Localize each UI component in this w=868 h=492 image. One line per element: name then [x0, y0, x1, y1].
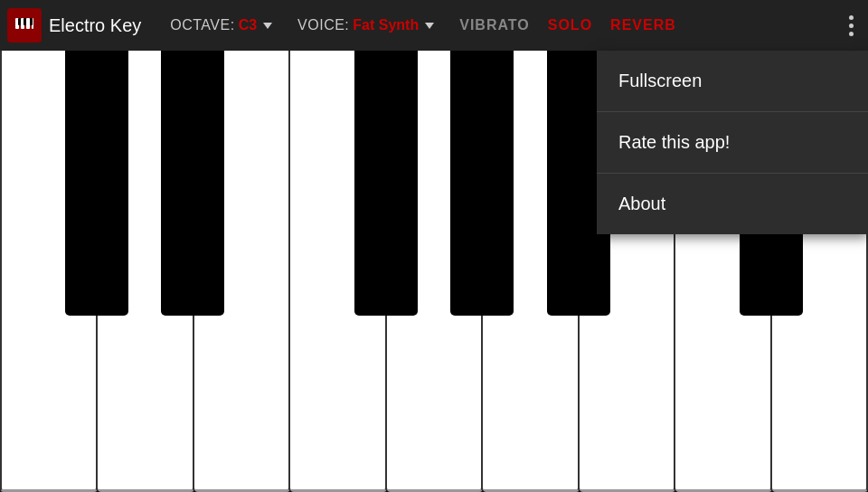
dot3 — [849, 32, 854, 36]
dot2 — [849, 24, 854, 28]
voice-dropdown-arrow — [425, 23, 434, 29]
svg-rect-3 — [26, 18, 30, 29]
octave-control[interactable]: OCTAVE: C3 — [170, 17, 272, 33]
octave-value: C3 — [239, 17, 257, 33]
svg-rect-5 — [18, 18, 21, 25]
reverb-toggle[interactable]: REVERB — [610, 17, 676, 33]
white-key-f[interactable] — [290, 51, 386, 492]
svg-rect-7 — [30, 18, 33, 25]
topbar: Electro Key OCTAVE: C3 VOICE: Fat Synth … — [0, 0, 868, 51]
dot1 — [849, 15, 854, 20]
voice-label: VOICE: — [297, 17, 349, 33]
octave-label: OCTAVE: — [170, 17, 234, 33]
menu-item-about[interactable]: About — [597, 174, 868, 234]
menu-item-rate[interactable]: Rate this app! — [597, 112, 868, 174]
white-key-a[interactable] — [483, 51, 579, 492]
logo-container: Electro Key — [7, 8, 141, 43]
more-button[interactable] — [842, 8, 861, 43]
voice-control[interactable]: VOICE: Fat Synth — [297, 17, 434, 33]
voice-value: Fat Synth — [353, 17, 419, 33]
white-key-d[interactable] — [98, 51, 193, 492]
vibrato-toggle[interactable]: VIBRATO — [459, 17, 530, 33]
white-key-c[interactable] — [0, 51, 98, 492]
svg-rect-6 — [24, 18, 26, 25]
white-key-g[interactable] — [387, 51, 483, 492]
menu-item-fullscreen[interactable]: Fullscreen — [597, 51, 868, 112]
logo-icon — [7, 8, 42, 43]
app-title: Electro Key — [49, 15, 141, 36]
white-key-e[interactable] — [194, 51, 290, 492]
octave-dropdown-arrow — [263, 23, 272, 29]
dropdown-menu: Fullscreen Rate this app! About — [597, 51, 868, 234]
solo-toggle[interactable]: SOLO — [548, 17, 592, 33]
